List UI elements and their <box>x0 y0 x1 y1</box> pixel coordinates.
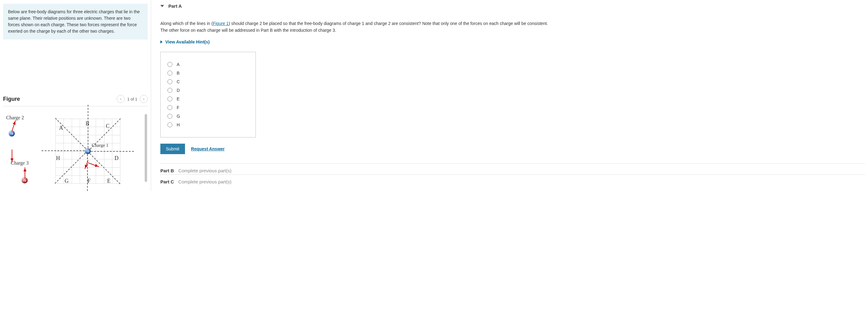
charge1-ball: −q <box>85 148 91 154</box>
figure-pager: ‹ 1 of 1 › <box>117 95 148 103</box>
dir-D: D <box>115 155 119 162</box>
figure-title: Figure <box>3 96 20 102</box>
part-b-row: Part B Complete previous part(s) <box>160 163 865 174</box>
part-c-row: Part C Complete previous part(s) <box>160 174 865 186</box>
part-c-status: Complete previous part(s) <box>178 179 231 184</box>
dir-F: F <box>87 178 91 184</box>
figure-header: Figure ‹ 1 of 1 › <box>3 95 148 106</box>
part-a-question: Along which of the lines in (Figure 1) s… <box>160 20 548 34</box>
caret-down-icon <box>160 5 164 9</box>
view-hints-link[interactable]: View Available Hint(s) <box>160 39 210 45</box>
part-b-label: Part B <box>160 168 174 173</box>
grid: −q Charge 1 A B C D E F G H <box>55 119 120 184</box>
figure-image: Charge 2 −q Charge 3 2q <box>3 113 148 184</box>
label-charge3: Charge 3 <box>11 160 29 166</box>
charge3-ball: 2q <box>22 177 28 184</box>
left-scrollbar[interactable] <box>145 114 147 182</box>
caret-right-icon <box>160 40 164 44</box>
charge2-ball: −q <box>9 131 15 137</box>
option-E[interactable]: E <box>167 96 249 102</box>
part-a-title: Part A <box>168 3 182 9</box>
dir-G: G <box>65 178 69 184</box>
option-A[interactable]: A <box>167 62 249 67</box>
part-c-label: Part C <box>160 179 174 184</box>
right-panel: Part A Along which of the lines in (Figu… <box>151 0 868 191</box>
pager-prev-button[interactable]: ‹ <box>117 95 125 103</box>
option-F[interactable]: F <box>167 105 249 110</box>
charge3-arrow-1 <box>25 167 25 178</box>
dir-A: A <box>59 125 63 131</box>
label-charge1: Charge 1 <box>92 143 108 148</box>
charge1-arrow-1 <box>88 163 99 167</box>
option-B[interactable]: B <box>167 71 249 76</box>
submit-button[interactable]: Submit <box>160 144 185 154</box>
option-H[interactable]: H <box>167 122 249 127</box>
pager-next-button[interactable]: › <box>140 95 148 103</box>
dir-B: B <box>86 120 89 127</box>
figure-1-link[interactable]: Figure 1 <box>213 21 228 26</box>
action-row: Submit Request Answer <box>160 144 865 154</box>
request-answer-link[interactable]: Request Answer <box>191 146 225 151</box>
answer-options: A B C D E F G H <box>160 52 256 138</box>
dir-C: C <box>106 123 110 130</box>
part-a-header[interactable]: Part A <box>160 0 865 15</box>
problem-description: Below are free-body diagrams for three e… <box>3 4 148 39</box>
option-D[interactable]: D <box>167 88 249 93</box>
app-container: Below are free-body diagrams for three e… <box>0 0 868 191</box>
dir-H: H <box>56 155 60 162</box>
part-b-status: Complete previous part(s) <box>178 168 231 173</box>
option-G[interactable]: G <box>167 114 249 119</box>
left-panel: Below are free-body diagrams for three e… <box>0 0 151 191</box>
dir-E: E <box>107 178 111 184</box>
charge2-arrow-1 <box>12 120 16 131</box>
pager-label: 1 of 1 <box>127 97 137 102</box>
option-C[interactable]: C <box>167 79 249 84</box>
